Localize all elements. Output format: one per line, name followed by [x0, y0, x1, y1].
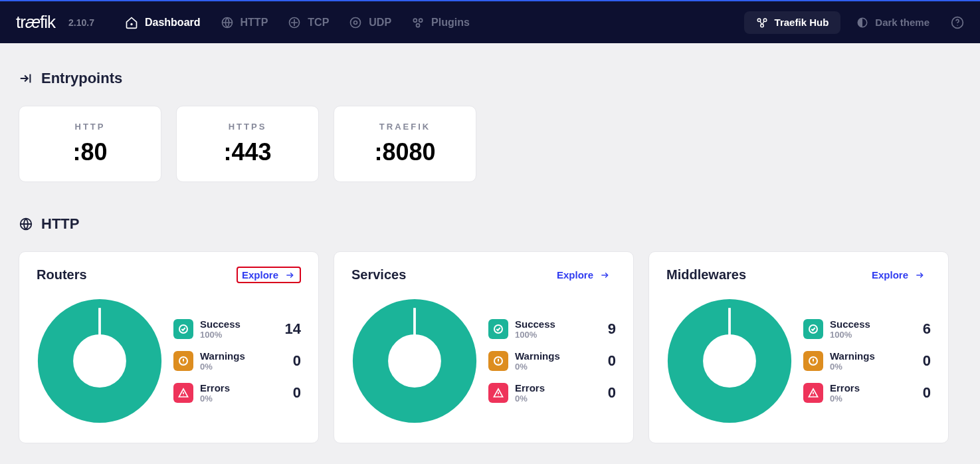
main-nav: Dashboard HTTP TCP UDP Plugins	[117, 11, 478, 35]
explore-label: Explore	[872, 269, 908, 281]
legend-errors-count: 0	[597, 384, 616, 402]
entrypoint-name: HTTP	[75, 122, 106, 132]
globe-icon	[221, 16, 234, 29]
legend-warnings-label: Warnings	[515, 350, 591, 362]
entrypoint-name: TRAEFIK	[379, 122, 431, 132]
http-header: HTTP	[19, 215, 961, 233]
nav-udp[interactable]: UDP	[341, 11, 399, 35]
dark-theme-label: Dark theme	[875, 17, 930, 28]
legend-errors-pct: 0%	[830, 394, 906, 404]
success-icon	[173, 319, 193, 339]
entrypoint-port: :8080	[374, 138, 435, 166]
error-icon	[173, 383, 193, 403]
legend-warnings-count: 0	[912, 352, 931, 370]
traefik-hub-button[interactable]: Traefik Hub	[744, 11, 841, 34]
legend-row-warnings: Warnings 0% 0	[173, 350, 301, 372]
legend-errors-count: 0	[282, 384, 301, 402]
legend-row-errors: Errors 0% 0	[488, 382, 616, 404]
legend-warnings-label: Warnings	[830, 350, 906, 362]
entrypoint-card-http[interactable]: HTTP :80	[19, 106, 161, 182]
version-label: 2.10.7	[68, 17, 94, 28]
http-title: HTTP	[41, 215, 79, 233]
explore-services-link[interactable]: Explore	[551, 267, 616, 283]
error-icon	[803, 383, 823, 403]
legend-errors-pct: 0%	[515, 394, 591, 404]
entrypoints-title: Entrypoints	[41, 70, 122, 87]
panel-body: Success 100% 9 Warnings 0% 0	[351, 298, 616, 424]
legend-success-label: Success	[515, 318, 591, 330]
entrypoints-header: Entrypoints	[19, 70, 961, 87]
nav-tcp[interactable]: TCP	[280, 11, 337, 35]
success-icon	[803, 319, 823, 339]
legend-errors-count: 0	[912, 384, 931, 402]
nav-http-label: HTTP	[241, 17, 268, 29]
svg-point-18	[183, 362, 183, 363]
content: Entrypoints HTTP :80 HTTPS :443 TRAEFIK …	[0, 43, 980, 464]
arrow-right-icon	[284, 271, 296, 280]
explore-routers-link[interactable]: Explore	[237, 267, 301, 283]
routers-donut-chart	[37, 298, 163, 424]
entrypoint-name: HTTPS	[229, 122, 267, 132]
hub-label: Traefik Hub	[775, 17, 829, 28]
entrypoint-card-traefik[interactable]: TRAEFIK :8080	[334, 106, 476, 182]
legend-errors-label: Errors	[200, 382, 276, 394]
nav-dashboard[interactable]: Dashboard	[117, 11, 209, 35]
panel-row: Routers Explore Success 100%	[19, 251, 961, 443]
topbar: træfik 2.10.7 Dashboard HTTP TCP UDP Plu…	[0, 1, 980, 43]
svg-point-24	[498, 395, 498, 396]
help-icon[interactable]	[951, 16, 964, 29]
explore-label: Explore	[557, 269, 593, 281]
warning-icon	[803, 351, 823, 371]
explore-middlewares-link[interactable]: Explore	[866, 267, 931, 283]
globe-icon	[19, 217, 33, 231]
svg-point-10	[760, 24, 763, 27]
logo[interactable]: træfik	[16, 12, 55, 33]
nav-plugins-label: Plugins	[431, 17, 470, 29]
panel-middlewares: Middlewares Explore Success 100%	[648, 251, 949, 443]
legend-errors-pct: 0%	[200, 394, 276, 404]
svg-point-3	[351, 17, 361, 27]
warning-icon	[488, 351, 508, 371]
explore-label: Explore	[242, 269, 278, 281]
entrypoint-card-https[interactable]: HTTPS :443	[176, 106, 319, 182]
panel-body: Success 100% 14 Warnings 0% 0	[37, 298, 301, 424]
legend-success-label: Success	[200, 318, 276, 330]
legend-row-errors: Errors 0% 0	[173, 382, 301, 404]
legend-errors-label: Errors	[515, 382, 591, 394]
legend-row-success: Success 100% 9	[488, 318, 616, 340]
warning-icon	[173, 351, 193, 371]
svg-point-7	[417, 23, 420, 27]
legend-success-pct: 100%	[830, 330, 906, 340]
nav-dashboard-label: Dashboard	[145, 17, 201, 29]
legend-success-count: 6	[912, 320, 931, 338]
services-donut-chart	[351, 298, 478, 424]
logo-text: træfik	[16, 12, 55, 33]
nav-plugins[interactable]: Plugins	[403, 11, 478, 35]
entrypoint-port: :80	[72, 138, 107, 166]
entrypoint-port: :443	[223, 138, 271, 166]
home-icon	[125, 16, 138, 29]
legend: Success 100% 9 Warnings 0% 0	[488, 318, 616, 404]
panel-head: Services Explore	[351, 267, 616, 283]
legend-errors-label: Errors	[830, 382, 906, 394]
success-icon	[488, 319, 508, 339]
contrast-icon	[856, 17, 868, 29]
middlewares-donut-chart	[666, 298, 793, 424]
panel-title: Middlewares	[666, 267, 746, 283]
arrow-right-icon	[599, 271, 611, 280]
legend-row-warnings: Warnings 0% 0	[803, 350, 931, 372]
panel-body: Success 100% 6 Warnings 0% 0	[666, 298, 931, 424]
entrypoints-row: HTTP :80 HTTPS :443 TRAEFIK :8080	[19, 106, 961, 182]
nav-http[interactable]: HTTP	[213, 11, 276, 35]
error-icon	[488, 383, 508, 403]
nav-udp-label: UDP	[369, 17, 391, 29]
hub-icon	[756, 17, 768, 29]
legend-warnings-count: 0	[282, 352, 301, 370]
legend-success-count: 14	[282, 320, 301, 338]
panel-title: Services	[351, 267, 406, 283]
legend-row-success: Success 100% 6	[803, 318, 931, 340]
dark-theme-toggle[interactable]: Dark theme	[850, 17, 936, 29]
legend-warnings-count: 0	[597, 352, 616, 370]
svg-point-28	[813, 362, 813, 363]
legend-success-pct: 100%	[200, 330, 276, 340]
